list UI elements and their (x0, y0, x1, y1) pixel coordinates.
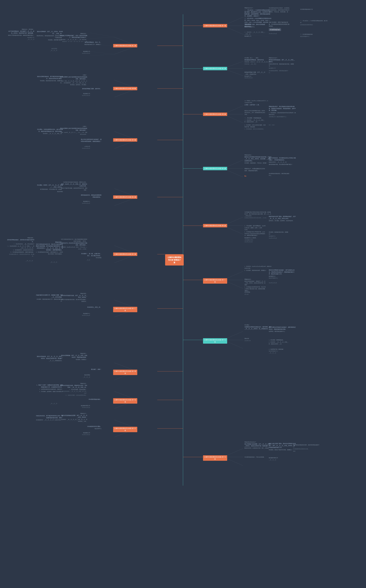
branch-6-label: 公脑停水最新通知范文标题 第六篇 (113, 138, 137, 142)
branch-7-sub2: 尊敬的住户，本通知提醒您关注停水安排，请提前储水备用。 (244, 168, 266, 172)
branch-10-date: __年__月__日 (36, 261, 57, 263)
branch-4-sub4: 因供水管网升级改造，需于规定时间内停止供水。具体停水时间另行通知。 特此通知。请… (36, 76, 63, 82)
branch-2-sub5: 物业管理处 __年__月__日 (36, 48, 57, 51)
branch-15-label: 公脑停水最新通知范文标题 第十五篇 (113, 398, 137, 404)
branch-1-sub3: 二、停水时间：__年__月__日（星期__）__时至__时 物业服务公司 (244, 31, 266, 37)
branch-13-sub3: 因对主要供水管道进行改造施工，届时将影响正常供水，请提前做好储水准备。 如需帮助… (269, 326, 296, 332)
branch-5-sub1: 11一种情况：20xx年11-13日的20xx年7月，11-13:00(约2小时… (244, 100, 272, 106)
branch-17-sub4: 物业服务有限公司 __年__月__日 (269, 457, 290, 461)
branch-15-sub3: 物业服务有限公司 20xx年xx月xx日 (69, 405, 90, 409)
branch-2-far1: 尊敬的业主、居民朋友： 由于市政管网改造，本区域将于__月__日__时至__时停… (7, 29, 34, 40)
svg-line-69 (90, 33, 114, 37)
branch-3-sub4: 尊敬的业主/住户： 因市政水管管道改造，需于__月__日__时至__时停水。 给… (269, 57, 296, 69)
branch-4-sub2: 因市政管网施工需要，临时停水。 (80, 88, 101, 90)
branch-10-sub2: 停水期间一、第一楼，x次楼 停水，第二、第三楼正常供水。 停水管理处 (80, 253, 101, 259)
branch-16-sub1: 尊敬的住户： 因供水管道维修改造需要，将于__年__月__日__时至__时停水。… (60, 413, 87, 422)
svg-line-72 (90, 51, 114, 54)
branch-1-sub2: 【停水公告】您好，因有水管维修需要暂停供水。 (244, 23, 266, 27)
branch-5-label: 公脑停水最新通知范文标题 第五篇 (203, 112, 227, 116)
branch-2-sub1: 尊敬的业主： 因实施公司管网改造施工，此次一是供水管道施工，同时涉及到施工区域住… (60, 33, 87, 43)
branch-5-sub3: 一、停水原因：管道维修改造。 二、停水时间：__年__月__日__时至__时，恢… (244, 117, 266, 123)
branch-13-sub2: 通知内容 2019年XX月 (244, 338, 266, 342)
branch-14-label: 公脑停水最新通知范文标题 第十四篇 (113, 370, 137, 375)
branch-5-sub2: 因供水公司对主要管网进行改造，暂停向你区供水约__小时（具体恢复时间以来水为准）… (244, 110, 266, 115)
branch-7-sub1: 尊敬的各单位： 因供水公司对辖区内管道进行改造升级，计划于__月__日__时至_… (244, 154, 272, 164)
branch-15-sub4: 1、敬告广大用户：现通知停水相关事项，请提前做好储水工作，以免影响日常生活。 2… (36, 384, 63, 393)
branch-6-sub2: 因公司对主要管道进行改造施工，届时用水将受到影响。感谢您的配合！ (80, 139, 101, 142)
branch-9-sub2: 1、停水原因：进行管网改造。xxxx年xx月xx日（星期）xx时——xx时 xx… (244, 225, 266, 236)
branch-10-label: 公脑停水最新通知范文标题 第十篇 (113, 252, 137, 256)
branch-1-sub5: 三、停水期间，请用户做好储水准备，停水期间如有紧急情况请拨打服务热线。 ××物业… (269, 22, 290, 29)
branch-11-label: 公脑停水最新通知范文标题 第十一篇 (203, 278, 227, 284)
branch-1-label: 公脑停水最新通知范文标题 第一篇 (203, 24, 227, 27)
branch-14-sub4: 因供水管道改造，定于__年__月__日__时至__时停水。给您生活带来不便，请谅… (36, 356, 63, 362)
branch-5-sub6: 年十一月日 (269, 124, 290, 126)
mind-map: 公脑停水最新通知范文标 部精选17篇 公脑停水最新通知范文标题 第一篇 尊敬的业… (0, 0, 366, 588)
svg-line-73 (90, 54, 114, 56)
connections-svg (0, 0, 366, 588)
branch-1-far2: 一、7月13日00——7:00和管区管网改造安装，施工期间 如有紧急情况请联系物… (300, 20, 328, 26)
branch-10-sub4: 尊敬的居民： 为尽力安排全区水供工作，我公司计划对局部管网进行改造维修，其中改造… (36, 241, 63, 255)
branch-9-sub4: 根据市政供水部门通知，因管网改造施工，拟于__年__月__日__时至__时停止供… (269, 216, 296, 222)
branch-1-sub4: 停水期间如您有任何疑问，欢迎致电物业服务热线，或者到物业管理处寻求帮助。不便之处… (269, 7, 290, 15)
branch-7-sub5: 停水期间如有紧急情况，请联系物业服务中心。 (269, 173, 290, 176)
branch-13-sub1: 停水通知： 为保障供水系统安全稳定运行，维护管网。拟于__年__月__日__时停… (244, 324, 272, 330)
branch-13-label: 公脑停水最新通知范文标题 第十三篇 (203, 338, 227, 344)
branch-15-date: __年__月__日 (36, 403, 57, 405)
branch-1-far3: 二、停水期间请做好储水 物业管理服务中心 (300, 34, 328, 37)
branch-12-sub2: 停水时间为__时至__时。 (80, 306, 101, 308)
branch-15-sub1: 尊敬的业主： 因对供水管道进行改造，需临时停止供水。停水时间：__年__月__日… (60, 383, 87, 396)
branch-17-sub5: 停水期间如有紧急用水需求，请及时联系物业服务中心。 供水恢复时间以实际来水为准。… (293, 444, 320, 452)
branch-12-sub4: 为做好城区供水保障工作，根据施工需要，拟于__月__日停水维修。 停水期间，请提… (36, 294, 63, 302)
branch-3-sub2: 因维修管网施工需要，定于__月__日__时至__时临时停水。 物业服务公司 (244, 71, 266, 77)
branch-14-sub2: 配合施工，谢谢！ (80, 368, 101, 370)
branch-2-sub4: 因供水管网维护，拟于__月__日停水。停水时间：__时至__时。 请各用水单位、… (36, 31, 63, 41)
branch-3-label: 公脑停水最新通知范文标题 第三篇 (203, 67, 227, 70)
branch-6-sub3: ××供水公司 20xx年xx月xx日 (69, 146, 90, 149)
branch-6-sub4: 停水通知：为切实保障用水安全，减少供水损失，根据市政管网改造计划，需停水维修。 … (36, 129, 63, 135)
branch-13-sub5: 3、给您带来不便，敬请谅解！ 物业管理服务中心 __年__月__日 (269, 348, 290, 354)
branch-2-sub2: 因市政管网改造，停水一天。 请提前做好储水工作，感谢配合！ (80, 41, 101, 45)
branch-9-sub5: 停水期间，敬请做好储水准备，谢谢配合！ 物业服务中心 20xx年xx月xx日 (269, 231, 290, 239)
branch-3-sub3: 20xx年xx月xx日 (244, 77, 266, 79)
branch-10-sub3: _月_日 (69, 259, 90, 261)
branch-10-deep-date: __年__月__日 (11, 260, 33, 262)
branch-4-label: 公脑停水最新通知范文标题 第四篇 (113, 87, 137, 90)
branch-13-sub4: 1、停水原因：管网维修改造。 2、停水时间：__年__月__日__时至__时，恢… (269, 339, 290, 345)
branch-17-sub2: 停水期间请提前储水，不便之处请谅解。 (244, 456, 266, 458)
branch-11-sub3: 停水管理处 9月14日 (244, 291, 266, 295)
branch-16-sub3: 物业服务公司 20xx年xx月xx日 (69, 432, 90, 436)
branch-8-label: 公脑停水最新通知范文标题 第八篇 (113, 195, 137, 199)
branch-4-sub1: 大家好！ 因供水管网中心有计划对辖区内各停水管道改造安装，需停水施工。 时间：停… (60, 74, 87, 86)
branch-8-sub4: 停水通知：经研究，定于__年__月__日（星期__）__时至__时停水。 请尽量… (36, 184, 63, 193)
branch-1-label2: 停水期间请做好储水 (269, 29, 281, 31)
branch-10-deep1: 尊敬的居民， 因市政管网改造施工，需对部分区域进行临时停水。 一、本次停水区域：… (7, 237, 34, 257)
branch-17-sub3: 根据上级主管部门通知，因对供水管网进行改造施工，需于__年__月__日__时至_… (269, 443, 296, 451)
branch-11-sub1: 1、停水时间：20xx年xx月xx日xx时至xx时，恢复供水以来水为准。 2、停… (244, 266, 272, 271)
branch-11-sub5: 20xx年xx月xx日 (269, 282, 290, 284)
branch-9-sub3: 物业服务专人人员联系。 x供水服务公司日 20xx年xx月xx日 (244, 237, 266, 243)
branch-17-sub1: 尊敬的用水单位及住户： 我公司因施工改造需要，定于__月__日__时至__时停水… (244, 441, 272, 449)
branch-5-sub5: 尊敬的用水用户，我们真诚地为您提供用水服务。因需进行管道改造，请您提前储水。如有… (269, 106, 296, 118)
branch-12-label: 公脑停水最新通知范文标题 第十二篇 (113, 307, 137, 312)
branch-7-label: 公脑停水最新通知范文标题 第七篇 (203, 167, 227, 170)
branch-17-label: 公脑停水最新通知范文标题 第十七篇 (203, 455, 227, 461)
central-node: 公脑停水最新通知范文标 部精选17篇 (165, 254, 184, 265)
branch-11-sub2: 尊敬的业主： 因供水管道改造施工，现拟定于__月__日__时至__时停水，给您生… (244, 279, 266, 292)
branch-12-sub3: 物业服务中心 20xx年xx月xx日 (69, 313, 90, 316)
branch-15-sub2: 停水期间请做好储水。 (80, 398, 101, 400)
branch-1-far1: 停水期间请做好储水工作 (300, 8, 328, 10)
branch-2-label: 公脑停水最新通知范文标题 第二篇 (113, 44, 137, 47)
branch-8-sub2: 因管道改造停水，期间如有需要请联系物业服务处。 (80, 194, 101, 198)
branch-4-sub3: 物业服务公司 20xx年xx月xx日 (69, 93, 90, 96)
branch-5-sub4: 3、停水期间，已停止供应热水服务，给您带来不便，请您谅解。 4、停水恢复后，请关… (244, 124, 266, 130)
branch-12-sub1: 尊敬的居民： 因对供水管道进行改造，拟于__年__月__日__时至__时停水。 … (60, 293, 87, 302)
branch-16-label: 公脑停水最新通知范文标题 第十六篇 (113, 427, 137, 432)
branch-7-sub3: Ea (244, 175, 266, 177)
branch-8-sub3: 物业服务中心 20xx年xx月xx日 (69, 201, 90, 204)
branch-14-sub3: 物业管理处 __年__月__日 (69, 374, 90, 378)
branch-10-sub1: 为尽力安排全区供水工作，我公司根据需要对局部管道进行改造施工，需停水。 X×市供… (60, 239, 87, 250)
branch-3-sub5: 停水期间如需帮助，请联系物业服务中心。 (269, 70, 290, 74)
branch-16-sub2: 停水恢复时间另行通知。 物业管理中心 (80, 426, 101, 430)
branch-2-sub3: 物业服务公司 20xx年xx月xx日 (69, 51, 90, 54)
